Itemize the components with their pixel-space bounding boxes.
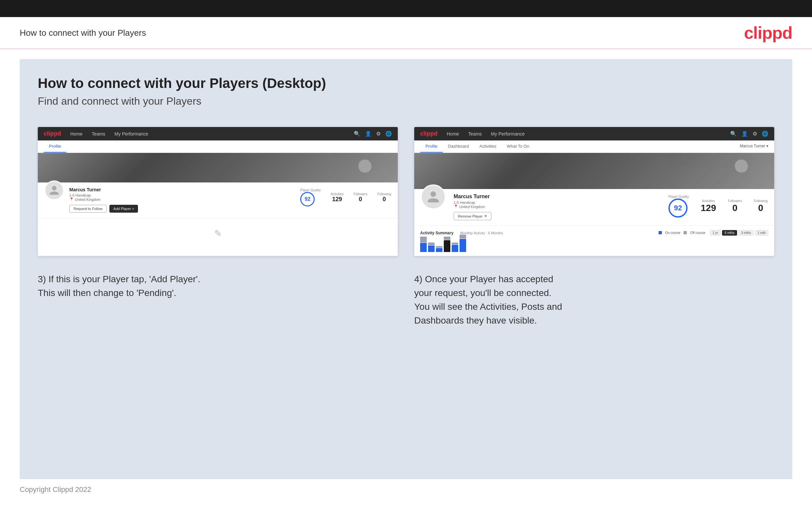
time-1mth[interactable]: 1 mth [755, 230, 768, 236]
right-hero-bg [414, 153, 774, 189]
right-action-buttons: Remove Player ✕ [454, 212, 661, 220]
bar-3-off [436, 246, 443, 248]
location-pin-icon: 📍 [69, 197, 74, 202]
right-stat-followers: Followers 0 [728, 199, 742, 213]
left-quality-label: Player Quality [300, 188, 320, 192]
left-bottom-area: ✎ [38, 218, 398, 249]
right-nav-logo: clippd [420, 130, 438, 137]
right-activities-value: 129 [701, 203, 716, 213]
bar-group-3 [436, 246, 443, 252]
right-mock-tabs: Profile Dashboard Activities What To On … [414, 140, 774, 153]
legend-offcourse-dot [683, 231, 687, 234]
header-title: How to connect with your Players [20, 28, 146, 38]
bar-group-1 [420, 237, 427, 252]
right-tab-username: Marcus Turner ▾ [740, 140, 768, 153]
pen-icon: ✎ [214, 228, 222, 239]
bar-group-2 [428, 242, 435, 252]
tab-whattoon-right[interactable]: What To On [502, 140, 535, 153]
bar-4-on [444, 240, 450, 252]
left-activities-label: Activities [331, 192, 344, 196]
left-avatar [44, 180, 64, 200]
description-left-text: 3) If this is your Player tap, 'Add Play… [38, 274, 200, 298]
right-settings-icon[interactable]: ⚙ [753, 130, 757, 137]
left-nav-myperformance[interactable]: My Performance [115, 131, 148, 136]
copyright-text: Copyright Clippd 2022 [20, 485, 91, 494]
time-1yr[interactable]: 1 yr [710, 230, 721, 236]
right-profile-area: Marcus Turner 1-5 Handicap 📍 United King… [414, 189, 774, 225]
tab-profile-left[interactable]: Profile [44, 140, 66, 153]
activity-header: Activity Summary Monthly Activity · 6 Mo… [420, 230, 768, 236]
right-following-value: 0 [754, 203, 768, 213]
search-icon[interactable]: 🔍 [354, 130, 360, 137]
description-left: 3) If this is your Player tap, 'Add Play… [38, 272, 398, 328]
description-right-text: 4) Once your Player has acceptedyour req… [414, 274, 562, 326]
avatar-icon [49, 185, 60, 196]
right-nav-myperformance[interactable]: My Performance [491, 131, 525, 136]
request-follow-button[interactable]: Request to Follow [69, 205, 107, 213]
right-hero-image [414, 153, 774, 189]
right-following-label: Following [754, 199, 768, 203]
left-following-value: 0 [377, 196, 391, 203]
bar-6-on [460, 239, 466, 252]
legend-oncourse-dot [659, 231, 662, 234]
left-stat-activities: Activities 129 [331, 192, 344, 203]
left-stats: Player Quality 92 Activities 129 Followe… [300, 187, 391, 207]
panels-row: clippd Home Teams My Performance 🔍 👤 ⚙ 🌐… [38, 127, 774, 256]
activity-title: Activity Summary [420, 231, 453, 235]
header-logo: clippd [744, 23, 792, 43]
time-3mths[interactable]: 3 mths [739, 230, 754, 236]
left-stat-quality: Player Quality 92 [300, 188, 320, 207]
right-search-icon[interactable]: 🔍 [730, 130, 737, 137]
bar-2-off [428, 242, 435, 245]
add-player-button[interactable]: Add Player + [109, 205, 138, 213]
bar-1-off [420, 237, 427, 242]
left-nav-teams[interactable]: Teams [92, 131, 105, 136]
user-icon[interactable]: 👤 [365, 130, 371, 137]
globe-icon[interactable]: 🌐 [385, 130, 392, 137]
left-location-text: United Kingdom [75, 198, 101, 202]
bar-group-5 [452, 242, 458, 252]
panel-right: clippd Home Teams My Performance 🔍 👤 ⚙ 🌐… [414, 127, 774, 256]
remove-player-x-icon: ✕ [484, 214, 487, 218]
left-quality-value: 92 [300, 192, 315, 207]
bar-6-off [460, 235, 466, 238]
activity-summary: Activity Summary Monthly Activity · 6 Mo… [414, 225, 774, 256]
right-location: 📍 United Kingdom [454, 205, 661, 209]
description-right: 4) Once your Player has acceptedyour req… [414, 272, 774, 328]
remove-player-button[interactable]: Remove Player ✕ [454, 212, 492, 220]
right-user-icon[interactable]: 👤 [742, 130, 748, 137]
right-stats: Player Quality 92 Activities 129 Followe… [668, 193, 768, 218]
tab-activities-right[interactable]: Activities [474, 140, 501, 153]
left-nav-logo: clippd [44, 130, 61, 137]
bar-5-on [452, 245, 458, 252]
bar-group-4 [444, 237, 450, 252]
left-mock-tabs: Profile [38, 140, 398, 153]
right-nav-teams[interactable]: Teams [468, 131, 481, 136]
right-nav-home[interactable]: Home [447, 131, 459, 136]
settings-icon[interactable]: ⚙ [376, 130, 381, 137]
tab-profile-right[interactable]: Profile [420, 140, 443, 153]
tab-dashboard-right[interactable]: Dashboard [443, 140, 474, 153]
left-nav-home[interactable]: Home [70, 131, 83, 136]
bar-3-on [436, 248, 443, 252]
right-globe-icon[interactable]: 🌐 [762, 130, 768, 137]
left-stat-following: Following 0 [377, 192, 391, 203]
right-location-text: United Kingdom [459, 205, 485, 209]
activity-right: On course Off course 1 yr 6 mths 3 mths … [659, 230, 768, 236]
left-hero-bg [38, 153, 398, 182]
bar-group-6 [460, 235, 466, 252]
right-profile-details: Marcus Turner 1-5 Handicap 📍 United King… [454, 193, 661, 220]
time-6mths[interactable]: 6 mths [722, 230, 737, 236]
main-content: How to connect with your Players (Deskto… [20, 59, 792, 479]
legend-offcourse-label: Off course [690, 231, 705, 235]
footer: Copyright Clippd 2022 [20, 485, 91, 494]
left-followers-label: Followers [353, 192, 367, 196]
right-stat-quality: Player Quality 92 [668, 195, 689, 218]
page-subtitle: Find and connect with your Players [38, 95, 774, 107]
right-stat-activities: Activities 129 [701, 199, 716, 213]
left-nav-icons: 🔍 👤 ⚙ 🌐 [354, 130, 392, 137]
header: How to connect with your Players clippd [0, 17, 812, 49]
bar-4-off [444, 237, 450, 240]
left-followers-value: 0 [353, 196, 367, 203]
bar-1-on [420, 243, 427, 252]
